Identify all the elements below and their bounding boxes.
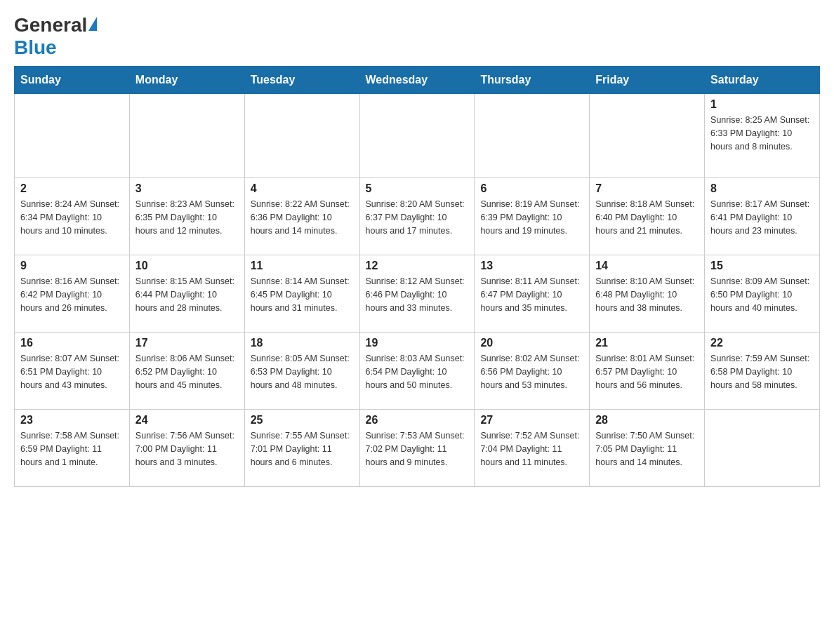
day-info: Sunrise: 8:06 AM Sunset: 6:52 PM Dayligh… <box>135 352 239 391</box>
day-info: Sunrise: 8:18 AM Sunset: 6:40 PM Dayligh… <box>595 198 699 237</box>
day-number: 9 <box>20 260 124 272</box>
day-number: 27 <box>480 414 583 427</box>
day-cell: 16Sunrise: 8:07 AM Sunset: 6:51 PM Dayli… <box>15 333 130 410</box>
day-cell: 10Sunrise: 8:15 AM Sunset: 6:44 PM Dayli… <box>129 255 244 333</box>
day-cell: 18Sunrise: 8:05 AM Sunset: 6:53 PM Dayli… <box>244 333 359 410</box>
header-saturday: Saturday <box>705 67 820 94</box>
day-cell: 1Sunrise: 8:25 AM Sunset: 6:33 PM Daylig… <box>705 94 820 178</box>
day-cell: 19Sunrise: 8:03 AM Sunset: 6:54 PM Dayli… <box>359 333 475 410</box>
day-cell: 7Sunrise: 8:18 AM Sunset: 6:40 PM Daylig… <box>590 178 705 255</box>
day-cell: 12Sunrise: 8:12 AM Sunset: 6:46 PM Dayli… <box>359 255 475 333</box>
header-friday: Friday <box>590 67 705 94</box>
day-cell: 20Sunrise: 8:02 AM Sunset: 6:56 PM Dayli… <box>475 333 590 410</box>
day-cell <box>705 410 820 487</box>
header-wednesday: Wednesday <box>359 67 475 94</box>
day-info: Sunrise: 7:52 AM Sunset: 7:04 PM Dayligh… <box>480 429 583 469</box>
day-number: 7 <box>595 182 699 195</box>
day-cell <box>475 94 590 178</box>
day-number: 13 <box>480 260 583 272</box>
day-number: 1 <box>710 98 814 111</box>
day-cell <box>359 94 475 178</box>
day-cell <box>129 94 244 178</box>
day-number: 25 <box>251 414 354 427</box>
day-cell <box>15 94 130 178</box>
day-number: 8 <box>710 182 814 195</box>
day-cell: 21Sunrise: 8:01 AM Sunset: 6:57 PM Dayli… <box>590 333 705 410</box>
week-row-1: 2Sunrise: 8:24 AM Sunset: 6:34 PM Daylig… <box>15 178 820 255</box>
day-cell: 27Sunrise: 7:52 AM Sunset: 7:04 PM Dayli… <box>475 410 590 487</box>
day-number: 24 <box>135 414 239 427</box>
day-cell: 2Sunrise: 8:24 AM Sunset: 6:34 PM Daylig… <box>15 178 130 255</box>
day-info: Sunrise: 8:02 AM Sunset: 6:56 PM Dayligh… <box>480 352 583 391</box>
day-number: 17 <box>135 337 239 349</box>
day-info: Sunrise: 8:11 AM Sunset: 6:47 PM Dayligh… <box>480 275 583 314</box>
day-info: Sunrise: 7:50 AM Sunset: 7:05 PM Dayligh… <box>595 429 699 469</box>
day-number: 22 <box>710 337 814 349</box>
day-info: Sunrise: 8:24 AM Sunset: 6:34 PM Dayligh… <box>20 198 124 237</box>
page-header: General Blue <box>14 14 820 59</box>
header-sunday: Sunday <box>15 67 130 94</box>
day-cell: 3Sunrise: 8:23 AM Sunset: 6:35 PM Daylig… <box>129 178 244 255</box>
logo: General Blue <box>14 14 98 59</box>
day-number: 21 <box>595 337 699 349</box>
calendar-header-row: SundayMondayTuesdayWednesdayThursdayFrid… <box>15 67 820 94</box>
day-cell: 14Sunrise: 8:10 AM Sunset: 6:48 PM Dayli… <box>590 255 705 333</box>
day-info: Sunrise: 8:01 AM Sunset: 6:57 PM Dayligh… <box>595 352 699 391</box>
day-cell: 11Sunrise: 8:14 AM Sunset: 6:45 PM Dayli… <box>244 255 359 333</box>
day-info: Sunrise: 8:17 AM Sunset: 6:41 PM Dayligh… <box>710 198 814 237</box>
day-cell: 13Sunrise: 8:11 AM Sunset: 6:47 PM Dayli… <box>475 255 590 333</box>
day-number: 26 <box>366 414 469 427</box>
day-info: Sunrise: 8:16 AM Sunset: 6:42 PM Dayligh… <box>20 275 124 314</box>
day-cell: 6Sunrise: 8:19 AM Sunset: 6:39 PM Daylig… <box>475 178 590 255</box>
week-row-2: 9Sunrise: 8:16 AM Sunset: 6:42 PM Daylig… <box>15 255 820 333</box>
day-info: Sunrise: 8:05 AM Sunset: 6:53 PM Dayligh… <box>251 352 354 391</box>
day-number: 4 <box>251 182 354 195</box>
day-cell: 28Sunrise: 7:50 AM Sunset: 7:05 PM Dayli… <box>590 410 705 487</box>
day-number: 23 <box>20 414 124 427</box>
day-cell: 22Sunrise: 7:59 AM Sunset: 6:58 PM Dayli… <box>705 333 820 410</box>
day-number: 11 <box>251 260 354 272</box>
day-number: 15 <box>710 260 814 272</box>
day-number: 6 <box>480 182 583 195</box>
day-number: 16 <box>20 337 124 349</box>
day-info: Sunrise: 8:15 AM Sunset: 6:44 PM Dayligh… <box>135 275 239 314</box>
header-thursday: Thursday <box>475 67 590 94</box>
day-cell: 15Sunrise: 8:09 AM Sunset: 6:50 PM Dayli… <box>705 255 820 333</box>
day-info: Sunrise: 8:20 AM Sunset: 6:37 PM Dayligh… <box>366 198 469 237</box>
day-cell: 23Sunrise: 7:58 AM Sunset: 6:59 PM Dayli… <box>15 410 130 487</box>
day-cell: 24Sunrise: 7:56 AM Sunset: 7:00 PM Dayli… <box>129 410 244 487</box>
header-monday: Monday <box>129 67 244 94</box>
day-info: Sunrise: 8:14 AM Sunset: 6:45 PM Dayligh… <box>251 275 354 314</box>
day-cell: 26Sunrise: 7:53 AM Sunset: 7:02 PM Dayli… <box>359 410 475 487</box>
day-number: 18 <box>251 337 354 349</box>
day-number: 19 <box>366 337 469 349</box>
day-number: 14 <box>595 260 699 272</box>
day-info: Sunrise: 8:12 AM Sunset: 6:46 PM Dayligh… <box>366 275 469 314</box>
day-info: Sunrise: 8:10 AM Sunset: 6:48 PM Dayligh… <box>595 275 699 314</box>
day-cell: 17Sunrise: 8:06 AM Sunset: 6:52 PM Dayli… <box>129 333 244 410</box>
day-info: Sunrise: 8:03 AM Sunset: 6:54 PM Dayligh… <box>366 352 469 391</box>
logo-blue-text: Blue <box>14 36 57 58</box>
day-number: 10 <box>135 260 239 272</box>
day-info: Sunrise: 8:23 AM Sunset: 6:35 PM Dayligh… <box>135 198 239 237</box>
day-number: 12 <box>366 260 469 272</box>
day-cell: 5Sunrise: 8:20 AM Sunset: 6:37 PM Daylig… <box>359 178 475 255</box>
day-number: 3 <box>135 182 239 195</box>
day-number: 2 <box>20 182 124 195</box>
day-info: Sunrise: 7:53 AM Sunset: 7:02 PM Dayligh… <box>366 429 469 469</box>
day-cell <box>590 94 705 178</box>
day-info: Sunrise: 8:19 AM Sunset: 6:39 PM Dayligh… <box>480 198 583 237</box>
day-info: Sunrise: 8:07 AM Sunset: 6:51 PM Dayligh… <box>20 352 124 391</box>
day-info: Sunrise: 8:22 AM Sunset: 6:36 PM Dayligh… <box>251 198 354 237</box>
day-cell: 25Sunrise: 7:55 AM Sunset: 7:01 PM Dayli… <box>244 410 359 487</box>
day-number: 28 <box>595 414 699 427</box>
header-tuesday: Tuesday <box>244 67 359 94</box>
calendar-table: SundayMondayTuesdayWednesdayThursdayFrid… <box>14 66 820 487</box>
day-cell: 4Sunrise: 8:22 AM Sunset: 6:36 PM Daylig… <box>244 178 359 255</box>
day-info: Sunrise: 8:25 AM Sunset: 6:33 PM Dayligh… <box>710 114 814 153</box>
day-info: Sunrise: 8:09 AM Sunset: 6:50 PM Dayligh… <box>710 275 814 314</box>
day-cell <box>244 94 359 178</box>
day-info: Sunrise: 7:59 AM Sunset: 6:58 PM Dayligh… <box>710 352 814 391</box>
logo-triangle-icon <box>88 17 97 31</box>
week-row-3: 16Sunrise: 8:07 AM Sunset: 6:51 PM Dayli… <box>15 333 820 410</box>
